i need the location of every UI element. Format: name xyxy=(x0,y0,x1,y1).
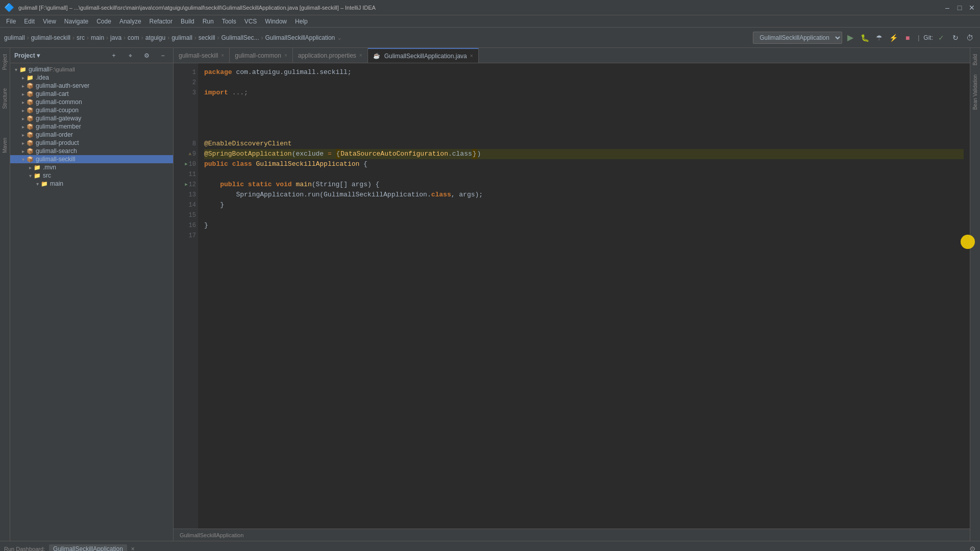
tree-item-common[interactable]: ▸ 📦 gulimall-common xyxy=(10,98,173,106)
coverage-button[interactable]: ☂ xyxy=(873,32,885,44)
code-line-15 xyxy=(204,210,964,220)
code-line-13: SpringApplication.run(GulimallSeckillApp… xyxy=(204,190,964,200)
menu-navigate[interactable]: Navigate xyxy=(60,17,92,26)
tree-item-idea[interactable]: ▸ 📁 .idea xyxy=(10,73,173,82)
tree-item-mvn[interactable]: ▸ 📁 .mvn xyxy=(10,163,173,171)
maximize-button[interactable]: □ xyxy=(955,4,964,12)
tab-seckill-label: gulimall-seckill xyxy=(179,52,218,59)
run-dashboard-label: Run Dashboard: xyxy=(4,546,45,552)
menu-build[interactable]: Build xyxy=(177,17,199,26)
build-panel-label[interactable]: Build xyxy=(971,50,979,69)
breadcrumb-java[interactable]: java xyxy=(110,34,121,41)
tree-item-product[interactable]: ▸ 📦 gulimall-product xyxy=(10,139,173,147)
git-check-button[interactable]: ✓ xyxy=(935,32,947,44)
menu-run[interactable]: Run xyxy=(199,17,218,26)
menu-tools[interactable]: Tools xyxy=(218,17,240,26)
profile-button[interactable]: ⚡ xyxy=(887,32,899,44)
tree-item-cart[interactable]: ▸ 📦 gulimall-cart xyxy=(10,90,173,98)
tree-item-gateway[interactable]: ▸ 📦 gulimall-gateway xyxy=(10,114,173,122)
tab-common[interactable]: gulimall-common × xyxy=(230,48,293,63)
menu-view[interactable]: View xyxy=(39,17,60,26)
project-sidebar-label[interactable]: Project xyxy=(1,50,9,74)
maven-sidebar-label[interactable]: Maven xyxy=(1,134,9,157)
breadcrumb-seckill[interactable]: gulimall-seckill xyxy=(31,34,70,41)
tree-item-src[interactable]: ▾ 📁 src xyxy=(10,171,173,180)
bottom-panel: Run Dashboard: GulimallSeckillApplicatio… xyxy=(0,541,980,551)
project-panel: Project ▾ + ⌖ ⚙ − ▾ 📁 gulimall F:\gulima… xyxy=(10,48,174,541)
tree-item-order[interactable]: ▸ 📦 gulimall-order xyxy=(10,131,173,139)
tree-item-member[interactable]: ▸ 📦 gulimall-member xyxy=(10,122,173,131)
structure-sidebar-label[interactable]: Structure xyxy=(1,84,9,113)
menu-analyze[interactable]: Analyze xyxy=(115,17,145,26)
project-add-button[interactable]: + xyxy=(108,49,120,62)
run-dashboard-app[interactable]: GulimallSeckillApplication xyxy=(49,544,127,552)
run-dashboard-close[interactable]: × xyxy=(131,545,135,552)
left-sidebar-icons: Project Structure Maven xyxy=(0,48,10,541)
breadcrumb-gulimallsec[interactable]: GulimallSec... xyxy=(221,34,259,41)
tree-item-search[interactable]: ▸ 📦 gulimall-search xyxy=(10,147,173,155)
menu-help[interactable]: Help xyxy=(291,17,312,26)
java-file-icon: ☕ xyxy=(373,53,380,59)
breadcrumb-main[interactable]: main xyxy=(91,34,104,41)
breadcrumb-gulimall[interactable]: gulimall xyxy=(4,34,25,41)
git-history-button[interactable]: ⏱ xyxy=(964,32,976,44)
code-line-12: public static void main(String[] args) { xyxy=(204,180,964,190)
code-line-4 xyxy=(204,98,964,108)
tab-properties-close[interactable]: × xyxy=(359,53,362,58)
cursor-indicator xyxy=(961,235,975,249)
tab-application-java[interactable]: ☕ GulimallSeckillApplication.java × xyxy=(368,48,479,63)
code-line-2 xyxy=(204,78,964,88)
menu-refactor[interactable]: Refactor xyxy=(145,17,177,26)
menu-edit[interactable]: Edit xyxy=(20,17,39,26)
debug-button[interactable]: 🐛 xyxy=(859,32,871,44)
editor-breadcrumb: GulimallSeckillApplication xyxy=(180,532,243,538)
code-line-8: @EnableDiscoveryClient xyxy=(204,139,964,149)
breadcrumb-atguigu[interactable]: atguigu xyxy=(145,34,165,41)
menu-file[interactable]: File xyxy=(2,17,20,26)
window-controls: – □ ✕ xyxy=(943,4,976,12)
breadcrumb-seckill2[interactable]: seckill xyxy=(199,34,215,41)
run-dashboard-settings[interactable]: ⚙ xyxy=(969,545,976,552)
tab-common-close[interactable]: × xyxy=(284,53,287,58)
editor-area: gulimall-seckill × gulimall-common × app… xyxy=(174,48,970,541)
tab-seckill[interactable]: gulimall-seckill × xyxy=(174,48,230,63)
tree-item-auth-server[interactable]: ▸ 📦 gulimall-auth-server xyxy=(10,82,173,90)
tree-item-main[interactable]: ▾ 📁 main xyxy=(10,180,173,188)
run-config-select[interactable]: GulimallSeckillApplication xyxy=(753,32,842,44)
menu-vcs[interactable]: VCS xyxy=(240,17,261,26)
tab-seckill-close[interactable]: × xyxy=(221,53,224,58)
code-content[interactable]: package com.atguigu.gulimall.seckill; im… xyxy=(198,63,970,529)
tree-item-coupon[interactable]: ▸ 📦 gulimall-coupon xyxy=(10,106,173,114)
title-text: gulimall [F:\gulimall] – ...\gulimall-se… xyxy=(18,5,943,11)
toolbar: gulimall › gulimall-seckill › src › main… xyxy=(0,28,980,48)
minimize-button[interactable]: – xyxy=(943,4,951,12)
tab-properties[interactable]: application.properties × xyxy=(293,48,368,63)
git-update-button[interactable]: ↻ xyxy=(949,32,962,44)
tree-item-seckill[interactable]: ▾ 📦 gulimall-seckill xyxy=(10,155,173,163)
git-label: Git: xyxy=(923,34,933,41)
code-line-10: public class GulimallSeckillApplication … xyxy=(204,159,964,169)
menu-window[interactable]: Window xyxy=(261,17,291,26)
tab-properties-label: application.properties xyxy=(298,52,356,59)
title-bar: 🔷 gulimall [F:\gulimall] – ...\gulimall-… xyxy=(0,0,980,15)
tree-item-gulimall[interactable]: ▾ 📁 gulimall F:\gulimall xyxy=(10,65,173,73)
breadcrumb-com[interactable]: com xyxy=(128,34,139,41)
run-dashboard-header: Run Dashboard: GulimallSeckillApplicatio… xyxy=(0,541,980,551)
menu-code[interactable]: Code xyxy=(92,17,115,26)
bean-validation-label[interactable]: Bean Validation xyxy=(971,70,979,114)
tab-bar: gulimall-seckill × gulimall-common × app… xyxy=(174,48,970,63)
project-scroll-button[interactable]: ⌖ xyxy=(124,49,136,62)
run-button[interactable]: ▶ xyxy=(844,32,856,44)
code-editor[interactable]: 1 2 3 8 ⚠9 ▶10 11 ▶12 13 14 xyxy=(174,63,970,529)
menu-bar: File Edit View Navigate Code Analyze Ref… xyxy=(0,15,980,28)
breadcrumb-src[interactable]: src xyxy=(77,34,85,41)
breadcrumb-class[interactable]: GulimallSeckillApplication xyxy=(265,34,335,41)
project-settings-button[interactable]: ⚙ xyxy=(140,49,153,62)
main-layout: Project Structure Maven Project ▾ + ⌖ ⚙ … xyxy=(0,48,980,541)
close-button[interactable]: ✕ xyxy=(968,4,976,12)
breadcrumb-gulimall2[interactable]: gulimall xyxy=(172,34,192,41)
stop-button[interactable]: ■ xyxy=(901,32,914,44)
project-collapse-button[interactable]: − xyxy=(157,49,169,62)
tab-application-java-close[interactable]: × xyxy=(470,53,473,59)
code-line-5 xyxy=(204,108,964,118)
